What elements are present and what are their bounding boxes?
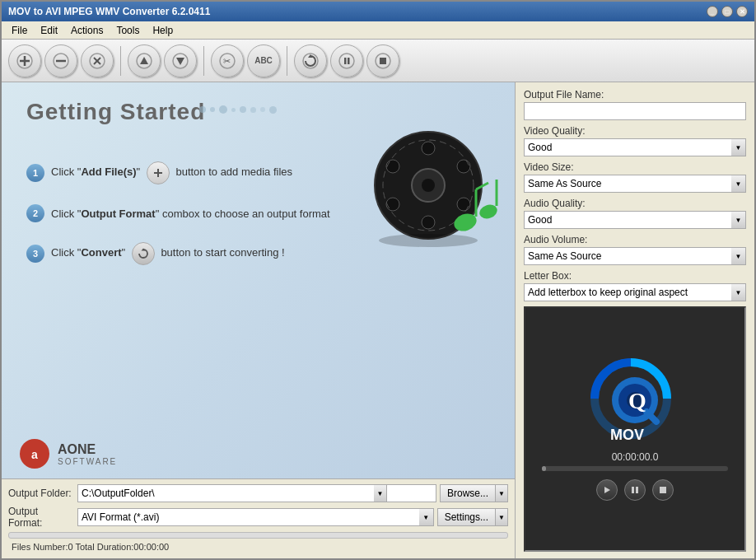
svg-text:Q: Q (628, 388, 646, 413)
step-3-text: Click "Convert" button to start converti… (51, 242, 285, 265)
menu-actions[interactable]: Actions (64, 23, 110, 38)
audio-volume-select[interactable]: Same As Source 50% 75% 100% 125% (524, 247, 746, 265)
svg-point-37 (478, 203, 498, 222)
preview-icon: Q MOV (586, 357, 684, 448)
folder-input-arrow[interactable]: ▼ (374, 484, 387, 502)
audio-quality-field: Audio Quality: Good Best Normal Low ▼ (524, 198, 746, 229)
main-content: Getting Started 1 (2, 82, 754, 558)
step-2-text: Click "Output Format" combox to choose a… (51, 208, 330, 220)
video-size-select-wrapper: Same As Source 320x240 640x480 1280x720 … (524, 175, 746, 193)
minimize-button[interactable]: _ (707, 6, 718, 17)
audio-volume-select-wrapper: Same As Source 50% 75% 100% 125% ▼ (524, 247, 746, 265)
letter-box-field: Letter Box: Add letterbox to keep origin… (524, 270, 746, 301)
rename-button[interactable]: ABC (247, 44, 280, 77)
step-1-number: 1 (26, 164, 44, 182)
title-bar-buttons: _ □ ✕ (707, 6, 748, 17)
svg-point-27 (422, 142, 435, 155)
audio-quality-label: Audio Quality: (524, 198, 746, 209)
aone-logo: a AONE SOFTWARE (18, 437, 117, 470)
step-3-number: 3 (26, 245, 44, 263)
letter-box-label: Letter Box: (524, 270, 746, 282)
output-folder-label: Output Folder: (8, 488, 74, 499)
status-bar: Files Number:0 Total Duration:00:00:00 (8, 540, 508, 553)
svg-text:a: a (31, 448, 38, 461)
svg-text:MOV: MOV (610, 427, 644, 443)
settings-button[interactable]: Settings... (437, 508, 495, 526)
svg-rect-18 (348, 58, 350, 64)
menu-edit[interactable]: Edit (34, 23, 64, 38)
video-size-select[interactable]: Same As Source 320x240 640x480 1280x720 (524, 175, 746, 193)
svg-marker-49 (604, 487, 610, 493)
title-bar: MOV to AVI MPEG WMV Converter 6.2.0411 _… (2, 2, 754, 21)
preview-stop-button[interactable] (652, 479, 674, 501)
video-quality-select[interactable]: Good Best Normal Low (524, 138, 746, 156)
menu-tools[interactable]: Tools (110, 23, 146, 38)
audio-volume-field: Audio Volume: Same As Source 50% 75% 100… (524, 234, 746, 265)
svg-rect-20 (380, 58, 386, 64)
video-quality-select-wrapper: Good Best Normal Low ▼ (524, 138, 746, 156)
svg-point-31 (386, 198, 399, 211)
preview-pause-button[interactable] (624, 479, 646, 501)
status-text: Files Number:0 Total Duration:00:00:00 (12, 542, 169, 552)
browse-folder-button[interactable]: Browse... (440, 484, 495, 502)
audio-quality-select-wrapper: Good Best Normal Low ▼ (524, 211, 746, 229)
window-title: MOV to AVI MPEG WMV Converter 6.2.0411 (8, 6, 210, 17)
media-graphic (358, 107, 498, 247)
output-file-name-input[interactable] (524, 102, 746, 120)
preview-seek-bar[interactable] (542, 466, 728, 471)
output-folder-row: Output Folder: ▼ Browse... ▼ (8, 484, 508, 502)
progress-bar-container (8, 532, 508, 539)
remove-button[interactable] (44, 44, 77, 77)
menu-file[interactable]: File (5, 23, 34, 38)
preview-controls (596, 479, 674, 501)
move-up-button[interactable] (128, 44, 161, 77)
close-button[interactable]: ✕ (736, 6, 748, 17)
svg-rect-50 (632, 487, 634, 493)
cut-button[interactable]: ✂ (211, 44, 244, 77)
preview-play-button[interactable] (596, 479, 618, 501)
move-down-button[interactable] (164, 44, 197, 77)
right-panel: Output File Name: Video Quality: Good Be… (516, 82, 754, 558)
settings-dropdown[interactable]: ▼ (495, 508, 508, 526)
svg-point-28 (422, 216, 435, 229)
svg-point-26 (422, 179, 435, 192)
convert-button[interactable] (294, 44, 327, 77)
maximize-button[interactable]: □ (721, 6, 733, 17)
aone-text: AONE SOFTWARE (58, 442, 117, 466)
step-1-text: Click "Add File(s)" button to add media … (51, 161, 292, 184)
add-files-button[interactable] (8, 44, 41, 77)
browse-folder-dropdown[interactable]: ▼ (495, 484, 508, 502)
toolbar-separator-3 (287, 46, 287, 76)
audio-quality-select[interactable]: Good Best Normal Low (524, 211, 746, 229)
svg-line-45 (646, 412, 656, 422)
menu-bar: File Edit Actions Tools Help (2, 21, 754, 40)
bottom-controls: Output Folder: ▼ Browse... ▼ Output Form… (2, 478, 515, 558)
output-file-name-label: Output File Name: (524, 89, 746, 100)
main-window: MOV to AVI MPEG WMV Converter 6.2.0411 _… (0, 0, 756, 560)
menu-help[interactable]: Help (146, 23, 180, 38)
svg-rect-17 (344, 58, 347, 64)
stop-button[interactable] (366, 44, 399, 77)
video-quality-label: Video Quality: (524, 125, 746, 137)
preview-box: Q MOV 00:00:00.0 (524, 306, 746, 552)
preview-time: 00:00:00.0 (612, 451, 659, 463)
svg-rect-51 (636, 487, 638, 493)
letter-box-select-wrapper: Add letterbox to keep original aspect No… (524, 283, 746, 301)
svg-point-16 (339, 54, 354, 68)
svg-marker-11 (176, 58, 184, 65)
pause-button[interactable] (330, 44, 363, 77)
svg-text:✂: ✂ (223, 56, 231, 66)
output-format-select[interactable]: AVI Format (*.avi) MPEG Format (*.mpg) W… (77, 508, 434, 526)
toolbar: ✂ ABC (2, 40, 754, 82)
svg-point-39 (379, 234, 478, 247)
preview-seek-position (542, 466, 546, 471)
clear-button[interactable] (81, 44, 114, 77)
getting-started-title: Getting Started (26, 99, 205, 125)
step-2-number: 2 (26, 204, 44, 222)
svg-rect-52 (660, 487, 666, 493)
getting-started-area: Getting Started 1 (2, 82, 515, 478)
svg-point-32 (457, 198, 470, 211)
letter-box-select[interactable]: Add letterbox to keep original aspect No… (524, 283, 746, 301)
browse-folder-button-group: Browse... ▼ (440, 484, 508, 502)
output-file-name-field: Output File Name: (524, 89, 746, 120)
